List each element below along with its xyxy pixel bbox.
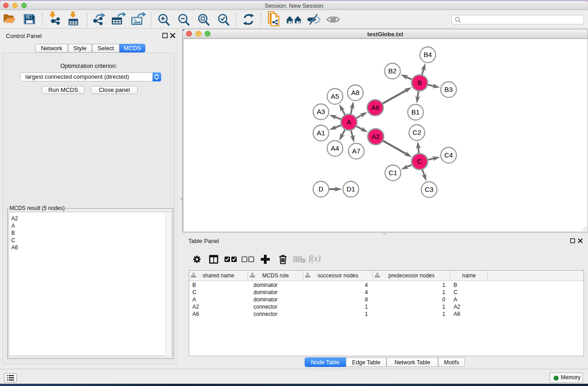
svg-text:A8: A8 (351, 89, 359, 96)
svg-text:A: A (347, 118, 351, 126)
svg-text:C2: C2 (412, 129, 421, 136)
svg-text:D1: D1 (346, 185, 355, 193)
svg-text:A5: A5 (331, 92, 339, 100)
svg-text:B2: B2 (388, 67, 397, 75)
svg-text:B4: B4 (424, 51, 432, 58)
svg-text:C3: C3 (425, 186, 433, 193)
svg-text:B3: B3 (445, 86, 453, 93)
svg-text:A7: A7 (352, 147, 360, 155)
svg-text:C1: C1 (388, 169, 397, 176)
svg-text:B: B (417, 79, 422, 86)
svg-text:B1: B1 (411, 108, 420, 116)
svg-text:A6: A6 (371, 104, 379, 111)
svg-text:D: D (319, 185, 324, 193)
svg-text:A1: A1 (317, 129, 325, 137)
svg-text:C4: C4 (444, 151, 453, 159)
svg-text:A2: A2 (372, 133, 380, 140)
svg-text:C: C (417, 157, 422, 165)
svg-text:A4: A4 (331, 144, 339, 152)
svg-text:A3: A3 (317, 108, 325, 115)
